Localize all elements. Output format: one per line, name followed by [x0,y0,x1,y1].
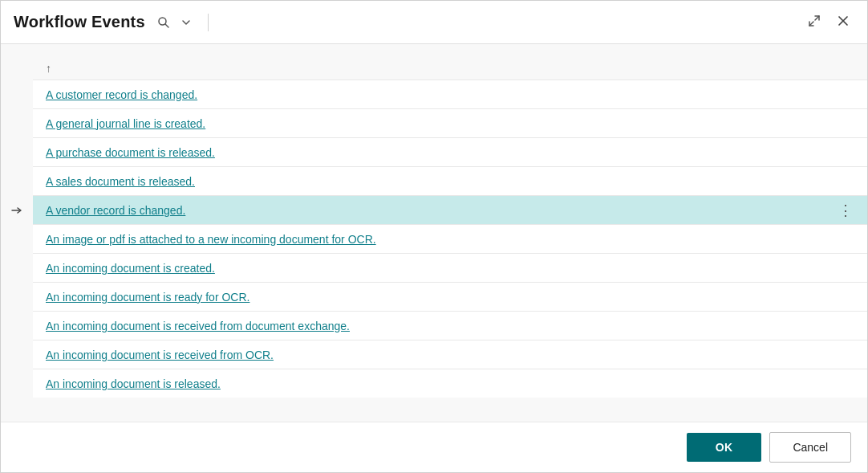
svg-line-1 [165,24,168,27]
search-icon [157,16,170,29]
cancel-button[interactable]: Cancel [769,432,851,463]
list-item-text[interactable]: A vendor record is changed. [33,198,825,223]
expand-button[interactable] [803,11,825,34]
title-divider [208,14,209,31]
list-item-text[interactable]: An incoming document is created. [33,255,867,281]
title-icons [153,13,195,32]
list-item[interactable]: A sales document is released. [33,166,867,195]
list-item[interactable]: An incoming document is ready for OCR. [33,282,867,311]
list-item-text[interactable]: An incoming document is received from OC… [33,342,867,368]
list-item-text[interactable]: A customer record is changed. [33,82,867,108]
list-item-text[interactable]: A general journal line is created. [33,111,867,137]
close-button[interactable] [832,11,854,34]
title-left: Workflow Events [14,13,213,32]
list-scroll[interactable]: ↑ A customer record is changed.A general… [1,57,867,422]
list-item-text[interactable]: An incoming document is ready for OCR. [33,284,867,310]
list-item[interactable]: An image or pdf is attached to a new inc… [33,224,867,253]
list-item-text[interactable]: An incoming document is received from do… [33,313,867,339]
list-item-text[interactable]: An incoming document is released. [33,371,867,397]
ok-button[interactable]: OK [687,433,762,462]
list-outer: ↑ A customer record is changed.A general… [1,57,867,422]
window-controls [803,11,854,34]
content-area: ↑ A customer record is changed.A general… [1,44,867,422]
list-item[interactable]: A vendor record is changed.⋮ [33,195,867,224]
list-item[interactable]: An incoming document is received from OC… [33,340,867,369]
workflow-events-dialog: Workflow Events [0,0,868,473]
list-item[interactable]: A customer record is changed. [33,80,867,108]
list-item[interactable]: A purchase document is released. [33,137,867,166]
list-item-text[interactable]: A sales document is released. [33,169,867,194]
up-arrow: ↑ [33,62,51,75]
list-item[interactable]: An incoming document is released. [33,369,867,398]
footer: OK Cancel [1,422,867,472]
list-item[interactable]: An incoming document is created. [33,253,867,282]
search-button[interactable] [153,13,174,32]
list-item-text[interactable]: A purchase document is released. [33,140,867,165]
chevron-down-button[interactable] [177,14,195,31]
list-item[interactable]: An incoming document is received from do… [33,311,867,340]
dialog-title: Workflow Events [14,13,145,31]
list-items-container: A customer record is changed.A general j… [1,80,867,398]
chevron-down-icon [181,18,191,27]
list-item[interactable]: A general journal line is created. [33,108,867,137]
row-arrow-icon [1,196,33,224]
close-icon [837,14,850,27]
list-item-menu-icon[interactable]: ⋮ [825,202,867,219]
list-item-text[interactable]: An image or pdf is attached to a new inc… [33,226,867,252]
title-bar: Workflow Events [1,1,867,44]
expand-icon [808,14,821,27]
up-arrow-row: ↑ [33,57,867,80]
